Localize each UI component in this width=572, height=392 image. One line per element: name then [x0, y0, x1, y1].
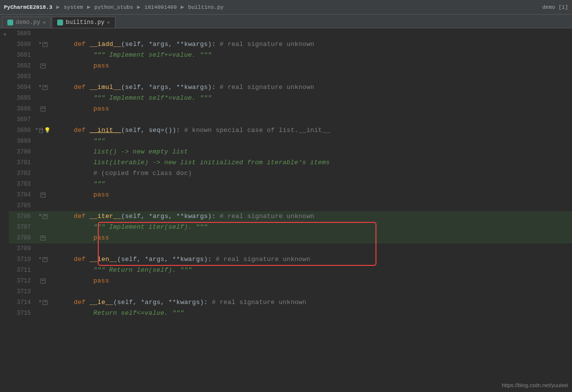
fold-button[interactable]: −	[43, 214, 47, 219]
line-num: 3706	[9, 211, 36, 222]
table-row: 3704 − pass	[9, 190, 572, 200]
line-num: 3697	[9, 114, 36, 125]
fold-button[interactable]: −	[43, 257, 47, 262]
line-num: 3705	[9, 200, 36, 211]
line-content: pass	[50, 61, 109, 71]
docstring: Return self<=value. """	[93, 309, 184, 317]
line-num: 3713	[9, 286, 36, 297]
line-content: list() -> new empty list	[50, 147, 188, 157]
fold-button[interactable]: −	[41, 193, 45, 197]
tab-bar: demo.py ✕ builtins.py ✕	[0, 15, 572, 28]
top-bar: PyCharmCE2018.3 ▶ system ▶ python_stubs …	[0, 0, 572, 15]
keyword-def: def	[74, 299, 89, 306]
table-row: 3700 list() -> new empty list	[9, 147, 572, 157]
table-row: 3709	[9, 243, 572, 254]
gutter-3696: −	[36, 107, 50, 111]
keyword-pass: pass	[93, 234, 109, 241]
app-logo: PyCharmCE2018.3	[4, 4, 52, 10]
modified-marker: *	[39, 297, 42, 308]
params: (self, seq=()):	[121, 127, 184, 134]
table-row: 3695 """ Implement self*=value. """	[9, 93, 572, 104]
gutter-3708: −	[36, 236, 50, 240]
table-row: 3691 """ Implement self+=value. """	[9, 50, 572, 61]
func-name: __len__	[89, 256, 117, 263]
table-row: 3710 * − def __len__(self, *args, **kwar…	[9, 254, 572, 265]
line-content: def __len__(self, *args, **kwargs): # re…	[50, 254, 310, 265]
table-row: 3715 Return self<=value. """	[9, 308, 572, 319]
line-num: 3704	[9, 190, 36, 200]
fold-button[interactable]: −	[43, 42, 47, 47]
line-content: pass	[50, 104, 109, 114]
fold-button[interactable]: −	[41, 64, 45, 68]
line-num: 3702	[9, 168, 36, 179]
params: (self, *args, **kwargs):	[113, 299, 212, 306]
line-content: Return self<=value. """	[50, 308, 184, 319]
line-num: 3715	[9, 308, 36, 319]
comment: # real signature unknown	[216, 256, 310, 263]
table-row: 3693	[9, 71, 572, 82]
line-content: pass	[50, 276, 109, 286]
table-row: 3696 − pass	[9, 104, 572, 114]
demo-label: demo [1]	[542, 4, 568, 10]
line-content: def __init__(self, seq=()): # known spec…	[50, 125, 330, 136]
line-num: 3712	[9, 276, 36, 286]
params: (self, *args, **kwargs):	[117, 256, 216, 263]
table-row: 3694 * − def __imul__(self, *args, **kwa…	[9, 82, 572, 93]
func-name-init: __init__	[89, 127, 121, 134]
tab-demo[interactable]: demo.py ✕	[2, 17, 51, 28]
line-num: 3689	[9, 28, 36, 39]
table-row: 3692 − pass	[9, 61, 572, 71]
line-content: """	[50, 179, 105, 190]
fold-button[interactable]: −	[39, 128, 43, 133]
tab-builtins-close[interactable]: ✕	[107, 20, 110, 25]
code-lines: 3689 3690 * − def __iadd__(self, *args, …	[9, 28, 572, 319]
line-content: list(iterable) -> new list initialized f…	[50, 157, 330, 168]
code-editor[interactable]: 3689 3690 * − def __iadd__(self, *args, …	[9, 28, 572, 392]
line-num: 3694	[9, 82, 36, 93]
bc-folder[interactable]: 1814091409	[145, 4, 177, 10]
keyword-def: def	[74, 256, 89, 263]
fold-button[interactable]: −	[41, 236, 45, 240]
line-num: 3695	[9, 93, 36, 104]
keyword-def: def	[74, 213, 89, 220]
line-content: """ Implement self+=value. """	[50, 50, 212, 61]
line-content: """ Implement self*=value. """	[50, 93, 212, 104]
line-num: 3692	[9, 61, 36, 71]
fold-button[interactable]: −	[43, 300, 47, 305]
line-content: """ Implement iter(self). """	[50, 222, 208, 233]
table-row: 3690 * − def __iadd__(self, *args, **kwa…	[9, 39, 572, 50]
table-row: 3703 """	[9, 179, 572, 190]
table-row: 3706 * − def __iter__(self, *args, **kwa…	[9, 211, 572, 222]
keyword-pass: pass	[93, 191, 109, 198]
gutter-3694: * −	[36, 82, 50, 93]
table-row: 3702 # (copied from class doc)	[9, 168, 572, 179]
params: (self, *args, **kwargs):	[121, 213, 220, 220]
line-num: 3709	[9, 243, 36, 254]
line-num: 3707	[9, 222, 36, 233]
bc-file[interactable]: builtins.py	[188, 4, 224, 10]
tab-demo-close[interactable]: ✕	[43, 20, 45, 25]
docstring: """	[93, 180, 105, 188]
keyword-def: def	[74, 41, 89, 48]
tab-demo-label: demo.py	[16, 19, 40, 26]
table-row: 3689	[9, 28, 572, 39]
tab-builtins[interactable]: builtins.py ✕	[52, 17, 115, 28]
modified-marker: *	[39, 211, 42, 222]
left-gutter: ◀	[0, 28, 9, 392]
fold-button[interactable]: −	[41, 107, 45, 111]
docstring: """ Implement self*=value. """	[93, 94, 212, 102]
table-row: 3697	[9, 114, 572, 125]
gutter-3692: −	[36, 64, 50, 68]
func-name: __iter__	[89, 213, 121, 220]
func-name: __iadd__	[89, 41, 121, 48]
line-content: def __iter__(self, *args, **kwargs): # r…	[50, 211, 314, 222]
bc-system[interactable]: system	[64, 4, 83, 10]
fold-button[interactable]: −	[41, 279, 45, 283]
bc-python-stubs[interactable]: python_stubs	[94, 4, 133, 10]
line-num: 3696	[9, 104, 36, 114]
comment: # real signature unknown	[212, 299, 306, 306]
docstring: """ Return len(self). """	[93, 266, 192, 274]
params: (self, *args, **kwargs):	[121, 84, 220, 91]
docstring: list() -> new empty list	[93, 148, 188, 155]
fold-button[interactable]: −	[43, 85, 47, 90]
